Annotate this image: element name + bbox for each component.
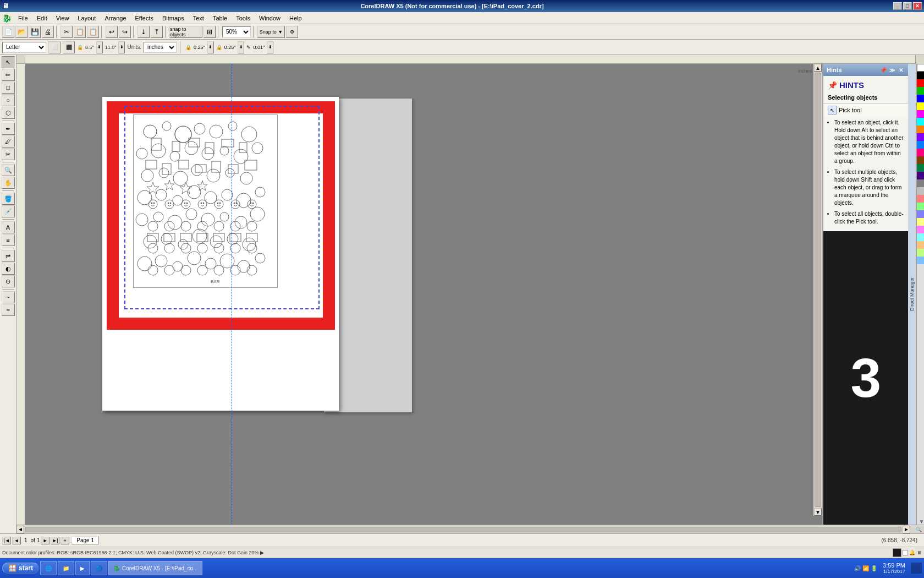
next-page-btn[interactable]: ►	[41, 537, 50, 544]
palette-ltcyan[interactable]	[917, 233, 924, 241]
palette-ltgray[interactable]	[917, 187, 924, 195]
portrait-btn[interactable]: ⬜	[48, 41, 61, 53]
eyedropper-tool[interactable]: 💉	[2, 205, 15, 217]
taskbar-chrome[interactable]: 🔵	[91, 561, 107, 575]
text-tool[interactable]: A	[2, 221, 15, 233]
pick-tool[interactable]: ↖	[2, 56, 15, 68]
taskbar-explorer[interactable]: 📁	[58, 561, 74, 575]
palette-dkgreen[interactable]	[917, 164, 924, 172]
paste-btn[interactable]: 📋	[87, 26, 99, 38]
palette-orange[interactable]	[917, 126, 924, 133]
app-close-btn[interactable]: ✕	[913, 2, 922, 10]
palette-red[interactable]	[917, 79, 924, 87]
menu-layout[interactable]: Layout	[73, 14, 100, 23]
first-page-btn[interactable]: |◄	[2, 537, 11, 544]
freehand-tool[interactable]: ✏	[2, 69, 15, 81]
menu-effects[interactable]: Effects	[131, 14, 158, 23]
menu-window[interactable]: Window	[255, 14, 285, 23]
snap-extra[interactable]: ⚙	[286, 26, 298, 38]
snap-btn[interactable]: snap to objects	[169, 26, 202, 38]
import-btn[interactable]: ⤓	[138, 26, 150, 38]
palette-cyan[interactable]	[917, 118, 924, 126]
show-desktop-btn[interactable]	[911, 563, 922, 574]
copy-btn[interactable]: 📋	[74, 26, 86, 38]
palette-blue[interactable]	[917, 95, 924, 102]
save-btn[interactable]: 💾	[29, 26, 41, 38]
taskbar-ie[interactable]: 🌐	[40, 561, 57, 575]
hints-pin-btn[interactable]: 📌	[879, 66, 887, 74]
palette-indigo[interactable]	[917, 172, 924, 179]
zoom-dropdown[interactable]: 50%25%75%100%	[222, 26, 251, 37]
vscrollbar[interactable]: ▲ ▼	[813, 64, 822, 516]
connector-tool[interactable]: ⇌	[2, 250, 15, 262]
palette-ltred[interactable]	[917, 195, 924, 203]
palette-brown[interactable]	[917, 156, 924, 164]
canvas[interactable]: BAR inches ▲ ▼	[25, 64, 822, 525]
menu-help[interactable]: Help	[285, 14, 306, 23]
palette-black[interactable]	[917, 72, 924, 79]
hscroll-right-btn[interactable]: ►	[903, 526, 910, 533]
redo-btn[interactable]: ↪	[119, 26, 131, 38]
new-btn[interactable]: 📄	[2, 26, 14, 38]
palette-ltlime[interactable]	[917, 249, 924, 257]
palette-pink[interactable]	[917, 149, 924, 156]
menu-arrange[interactable]: Arrange	[100, 14, 130, 23]
paper-size-dropdown[interactable]: Letter	[2, 42, 46, 53]
roughen-tool[interactable]: ≈	[2, 304, 15, 316]
nudge3-btn[interactable]: ⬍	[267, 41, 273, 53]
units-dropdown[interactable]: inches	[144, 42, 177, 53]
palette-more[interactable]: ▼	[917, 264, 924, 525]
menu-view[interactable]: View	[52, 14, 74, 23]
direct-manager-tab[interactable]: Direct Manager	[908, 64, 916, 525]
palette-ltyellow[interactable]	[917, 218, 924, 226]
print-btn[interactable]: 🖨	[42, 26, 54, 38]
smear-tool[interactable]: ~	[2, 291, 15, 303]
start-button[interactable]: 🪟 start	[2, 563, 39, 574]
menu-edit[interactable]: Edit	[32, 14, 52, 23]
vscroll-up-btn[interactable]: ▲	[814, 64, 822, 72]
pan-tool[interactable]: ✋	[2, 177, 15, 189]
palette-gray[interactable]	[917, 179, 924, 187]
align-btn[interactable]: ⊞	[204, 26, 216, 38]
taskbar-media[interactable]: ▶	[75, 561, 90, 575]
height-arrows[interactable]: ⬍	[118, 41, 125, 53]
menu-file[interactable]: File	[14, 14, 32, 23]
palette-skyblue[interactable]	[917, 257, 924, 264]
palette-purple[interactable]	[917, 133, 924, 141]
open-btn[interactable]: 📂	[15, 26, 28, 38]
polygon-tool[interactable]: ⬡	[2, 107, 15, 119]
fill-tool[interactable]: 🪣	[2, 193, 15, 205]
scissors-tool[interactable]: ✂	[2, 148, 15, 160]
menu-bitmaps[interactable]: Bitmaps	[158, 14, 189, 23]
undo-btn[interactable]: ↩	[106, 26, 118, 38]
pen-tool[interactable]: 🖊	[2, 135, 15, 148]
rectangle-tool[interactable]: □	[2, 81, 15, 94]
nudge2-btn[interactable]: ⬍	[238, 41, 244, 53]
app-minimize-btn[interactable]: _	[893, 2, 902, 10]
vscroll-thumb[interactable]	[815, 73, 821, 507]
menu-text[interactable]: Text	[189, 14, 208, 23]
palette-green[interactable]	[917, 87, 924, 95]
palette-white[interactable]	[917, 64, 924, 72]
app-maximize-btn[interactable]: □	[903, 2, 912, 10]
palette-ltorange[interactable]	[917, 241, 924, 249]
menu-table[interactable]: Table	[208, 14, 232, 23]
shadow-tool[interactable]: ◐	[2, 263, 15, 275]
nudge1-btn[interactable]: ⬍	[207, 41, 214, 53]
snap-to-btn[interactable]: Snap to ▼	[257, 26, 285, 38]
palette-ltblue[interactable]	[917, 141, 924, 149]
table-tool[interactable]: ≡	[2, 234, 15, 246]
width-arrows[interactable]: ⬍	[96, 41, 103, 53]
last-page-btn[interactable]: ►|	[51, 537, 59, 544]
landscape-btn[interactable]: ⬛	[63, 41, 75, 53]
add-page-btn[interactable]: +	[61, 537, 69, 544]
cut-btn[interactable]: ✂	[61, 26, 73, 38]
hscroll-thumb[interactable]	[25, 527, 901, 532]
hints-expand-btn[interactable]: ≫	[888, 66, 896, 74]
menu-tools[interactable]: Tools	[232, 14, 255, 23]
palette-ltmagenta[interactable]	[917, 226, 924, 233]
zoom-tool[interactable]: 🔍	[2, 164, 15, 176]
ellipse-tool[interactable]: ○	[2, 94, 15, 106]
palette-yellow[interactable]	[917, 102, 924, 110]
hints-close-btn[interactable]: ✕	[897, 66, 905, 74]
